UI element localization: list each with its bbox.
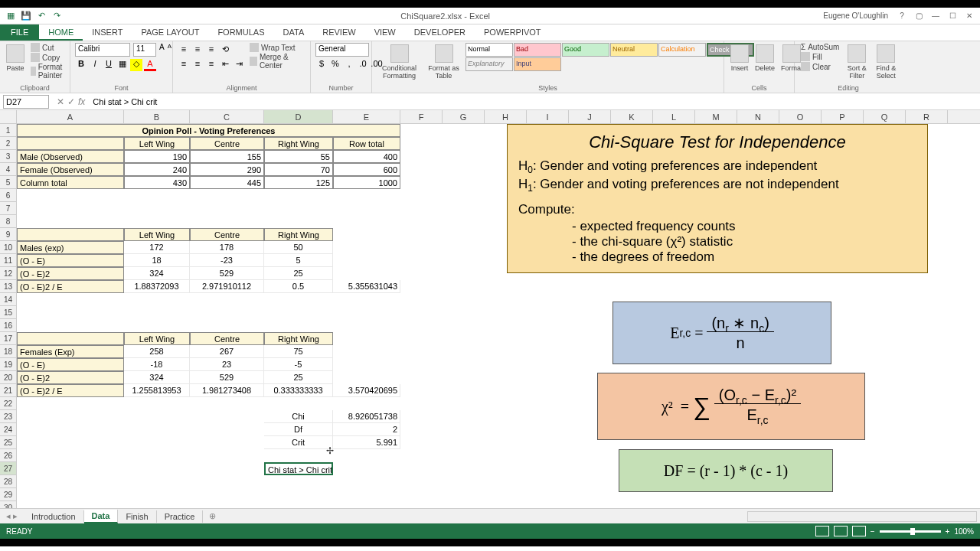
row-14[interactable]: 14 [0, 293, 17, 306]
style-calculation[interactable]: Calculation [658, 43, 706, 57]
undo-icon[interactable]: ↶ [35, 10, 47, 22]
user-name[interactable]: Eugene O'Loughlin [823, 11, 888, 20]
fill-button[interactable]: Fill [799, 52, 841, 61]
row-11[interactable]: 11 [0, 254, 17, 267]
format-table-button[interactable]: Format as Table [425, 43, 462, 81]
help-icon[interactable]: ? [894, 11, 910, 20]
style-good[interactable]: Good [562, 43, 609, 57]
worksheet[interactable]: A B C D E F G H I J K L M N O P Q R 1234… [0, 110, 980, 508]
sheet-nav[interactable]: ◂ ▸ [0, 511, 24, 521]
tab-home[interactable]: HOME [39, 24, 83, 41]
insert-cells-button[interactable]: Insert [729, 43, 750, 73]
inc-decimal-icon[interactable]: .0 [357, 59, 369, 71]
cell-a4[interactable]: Female (Observed) [17, 163, 124, 176]
style-normal[interactable]: Normal [466, 43, 513, 57]
row-10[interactable]: 10 [0, 241, 17, 254]
sheet-tab-data[interactable]: Data [84, 510, 119, 523]
cell-c10[interactable]: 178 [190, 241, 264, 254]
italic-button[interactable]: I [89, 59, 101, 71]
col-f[interactable]: F [400, 110, 443, 123]
tab-formulas[interactable]: FORMULAS [208, 24, 273, 41]
cell-a13[interactable]: (O - E)2 / E [17, 280, 124, 293]
cell-c17[interactable]: Centre [190, 332, 264, 345]
cell-e5[interactable]: 1000 [333, 176, 400, 189]
close-icon[interactable]: ✕ [962, 11, 977, 20]
formula-df[interactable]: DF = (r - 1) * (c - 1) [619, 449, 833, 492]
cell-c20[interactable]: 529 [190, 371, 264, 384]
cell-b12[interactable]: 324 [124, 267, 190, 280]
cell-d23[interactable]: Chi [264, 410, 333, 423]
number-format-select[interactable]: General [315, 43, 369, 57]
cell-e23[interactable]: 8.926051738 [333, 410, 400, 423]
fx-icon[interactable]: fx [78, 96, 85, 107]
cell-a20[interactable]: (O - E)2 [17, 371, 124, 384]
cell-c9[interactable]: Centre [190, 228, 264, 241]
cell-b20[interactable]: 324 [124, 371, 190, 384]
cell-d12[interactable]: 25 [264, 267, 333, 280]
row-7[interactable]: 7 [0, 202, 17, 215]
col-l[interactable]: L [653, 110, 695, 123]
row-30[interactable]: 30 [0, 501, 17, 508]
row-2[interactable]: 2 [0, 137, 17, 150]
style-neutral[interactable]: Neutral [610, 43, 658, 57]
sheet-tab-practice[interactable]: Practice [157, 510, 204, 523]
copy-button[interactable]: Copy [29, 53, 68, 62]
font-color-button[interactable]: A [144, 59, 156, 71]
cell-c18[interactable]: 267 [190, 345, 264, 358]
cut-button[interactable]: Cut [29, 43, 68, 52]
align-right-icon[interactable]: ≡ [205, 59, 217, 71]
zoom-in-button[interactable]: + [946, 527, 950, 536]
page-layout-view-icon[interactable] [834, 526, 848, 536]
cell-c11[interactable]: -23 [190, 254, 264, 267]
cell-a2[interactable] [17, 137, 124, 150]
cell-d3[interactable]: 55 [264, 150, 333, 163]
cell-d4[interactable]: 70 [264, 163, 333, 176]
row-23[interactable]: 23 [0, 410, 17, 423]
row-3[interactable]: 3 [0, 150, 17, 163]
cell-d17[interactable]: Right Wing [264, 332, 333, 345]
cell-b4[interactable]: 240 [124, 163, 190, 176]
cell-c3[interactable]: 155 [190, 150, 264, 163]
cell-d2[interactable]: Right Wing [264, 137, 333, 150]
cell-e21[interactable]: 3.570420695 [333, 384, 400, 397]
formula-expected[interactable]: Er,c = (nr ∗ nc)n [612, 302, 831, 364]
cell-d18[interactable]: 75 [264, 345, 333, 358]
merge-center-button[interactable]: Merge & Center [248, 53, 305, 70]
cell-a5[interactable]: Column total [17, 176, 124, 189]
find-select-button[interactable]: Find & Select [873, 43, 899, 81]
row-headers[interactable]: 1234567891011121314151617181920212223242… [0, 124, 17, 508]
zoom-level[interactable]: 100% [954, 527, 974, 536]
fill-color-button[interactable]: ◇ [130, 59, 142, 71]
cell-c13[interactable]: 2.971910112 [190, 280, 264, 293]
cell-a17[interactable] [17, 332, 124, 345]
row-28[interactable]: 28 [0, 475, 17, 488]
row-6[interactable]: 6 [0, 189, 17, 202]
zoom-slider[interactable] [880, 530, 941, 533]
col-a[interactable]: A [17, 110, 124, 123]
col-g[interactable]: G [443, 110, 485, 123]
cell-a19[interactable]: (O - E) [17, 358, 124, 371]
col-c[interactable]: C [190, 110, 264, 123]
cell-a12[interactable]: (O - E)2 [17, 267, 124, 280]
font-name-select[interactable]: Calibri [75, 43, 130, 57]
add-sheet-button[interactable]: ⊕ [203, 511, 222, 521]
col-n[interactable]: N [737, 110, 779, 123]
cell-b5[interactable]: 430 [124, 176, 190, 189]
sheet-tab-finish[interactable]: Finish [118, 510, 156, 523]
row-26[interactable]: 26 [0, 449, 17, 462]
name-box[interactable] [3, 95, 49, 109]
col-e[interactable]: E [333, 110, 400, 123]
cell-d11[interactable]: 5 [264, 254, 333, 267]
align-mid-icon[interactable]: ≡ [191, 44, 204, 57]
row-18[interactable]: 18 [0, 345, 17, 358]
cell-d9[interactable]: Right Wing [264, 228, 333, 241]
horizontal-scrollbar[interactable] [747, 511, 977, 522]
cell-e13[interactable]: 5.355631043 [333, 280, 400, 293]
paste-button[interactable]: Paste [5, 43, 26, 73]
col-b[interactable]: B [124, 110, 190, 123]
minimize-icon[interactable]: — [928, 11, 943, 20]
cell-e4[interactable]: 600 [333, 163, 400, 176]
align-top-icon[interactable]: ≡ [178, 44, 190, 57]
style-input[interactable]: Input [514, 57, 561, 71]
cell-d13[interactable]: 0.5 [264, 280, 333, 293]
